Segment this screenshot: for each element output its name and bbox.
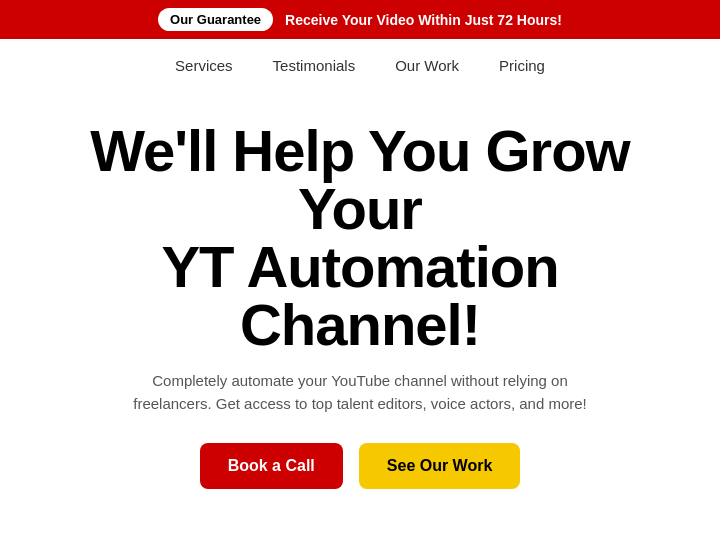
top-banner: Our Guarantee Receive Your Video Within … xyxy=(0,0,720,39)
nav-our-work[interactable]: Our Work xyxy=(395,57,459,74)
nav-testimonials[interactable]: Testimonials xyxy=(273,57,356,74)
book-call-button[interactable]: Book a Call xyxy=(200,443,343,489)
hero-title: We'll Help You Grow Your YT Automation C… xyxy=(40,122,680,354)
nav-pricing[interactable]: Pricing xyxy=(499,57,545,74)
banner-message: Receive Your Video Within Just 72 Hours! xyxy=(285,12,562,28)
see-our-work-button[interactable]: See Our Work xyxy=(359,443,521,489)
guarantee-badge[interactable]: Our Guarantee xyxy=(158,8,273,31)
hero-title-line2: YT Automation Channel! xyxy=(161,234,558,357)
cta-buttons: Book a Call See Our Work xyxy=(40,443,680,489)
hero-section: We'll Help You Grow Your YT Automation C… xyxy=(0,92,720,540)
hero-title-line1: We'll Help You Grow Your xyxy=(90,118,629,241)
nav-services[interactable]: Services xyxy=(175,57,233,74)
main-nav: Services Testimonials Our Work Pricing xyxy=(0,39,720,92)
hero-subtitle: Completely automate your YouTube channel… xyxy=(130,370,590,415)
